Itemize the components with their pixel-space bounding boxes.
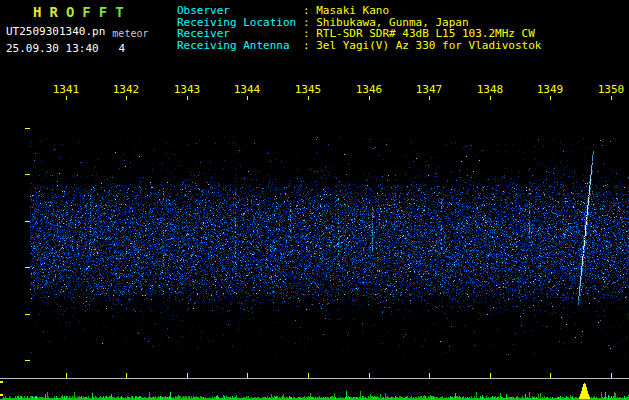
spectrogram-canvas bbox=[0, 100, 629, 378]
time-tick-label: 1344 bbox=[234, 83, 261, 96]
axis-tick bbox=[25, 314, 30, 315]
logo-letter: H bbox=[33, 4, 49, 20]
logo-letter: F bbox=[99, 4, 115, 20]
axis-tick bbox=[369, 96, 370, 100]
info-label: Receiving Antenna bbox=[177, 40, 303, 52]
time-tick-label: 1341 bbox=[53, 83, 80, 96]
axis-tick bbox=[126, 96, 127, 100]
axis-tick bbox=[308, 96, 309, 100]
time-tick-label: 1345 bbox=[295, 83, 322, 96]
axis-tick bbox=[126, 373, 127, 378]
time-tick-label: 1350 bbox=[598, 83, 625, 96]
time-axis: 1341134213431344134513461347134813491350 bbox=[0, 83, 629, 95]
axis-tick bbox=[308, 373, 309, 378]
axis-tick bbox=[25, 221, 30, 222]
axis-tick bbox=[490, 96, 491, 100]
axis-tick bbox=[25, 267, 30, 268]
axis-tick bbox=[429, 96, 430, 100]
signal-level-strip bbox=[0, 378, 629, 400]
axis-tick bbox=[25, 360, 30, 361]
hrofft-image: HROFFT UT2509301340.pnmeteor 25.09.30 13… bbox=[0, 0, 629, 400]
logo-letter: T bbox=[115, 4, 131, 20]
info-label: Receiver bbox=[177, 28, 303, 40]
axis-tick bbox=[611, 96, 612, 100]
logo-letter: R bbox=[49, 4, 65, 20]
time-tick-label: 1348 bbox=[477, 83, 504, 96]
logo-letter: F bbox=[82, 4, 98, 20]
axis-tick bbox=[550, 96, 551, 100]
axis-tick bbox=[25, 174, 30, 175]
time-tick-label: 1342 bbox=[113, 83, 140, 96]
header-info: Observer: Masaki KanoReceiving Location:… bbox=[177, 5, 541, 51]
axis-tick bbox=[247, 96, 248, 100]
time-tick-label: 1346 bbox=[356, 83, 383, 96]
axis-tick bbox=[369, 373, 370, 378]
signal-level-canvas bbox=[0, 379, 629, 399]
info-value: : 3el Yagi(V) Az 330 for Vladivostok bbox=[303, 39, 541, 52]
axis-tick bbox=[187, 373, 188, 378]
axis-tick bbox=[66, 373, 67, 378]
time-tick-label: 1349 bbox=[537, 83, 564, 96]
time-tick-label: 1347 bbox=[416, 83, 443, 96]
station-name: meteor bbox=[112, 28, 148, 39]
axis-tick bbox=[25, 128, 30, 129]
axis-tick bbox=[247, 373, 248, 378]
axis-tick bbox=[429, 373, 430, 378]
axis-tick bbox=[187, 96, 188, 100]
app-logo: HROFFT bbox=[33, 4, 132, 20]
axis-tick bbox=[611, 373, 612, 378]
time-tick-label: 1343 bbox=[174, 83, 201, 96]
axis-tick bbox=[490, 373, 491, 378]
logo-letter: O bbox=[66, 4, 82, 20]
axis-tick bbox=[550, 373, 551, 378]
info-row: Receiving Antenna: 3el Yagi(V) Az 330 fo… bbox=[177, 40, 541, 52]
axis-tick bbox=[66, 96, 67, 100]
info-label: Observer bbox=[177, 5, 303, 17]
